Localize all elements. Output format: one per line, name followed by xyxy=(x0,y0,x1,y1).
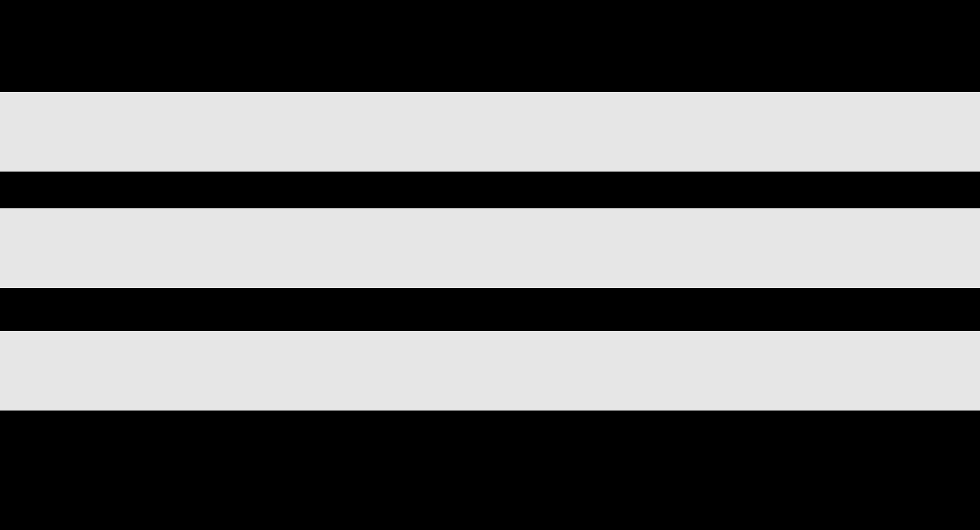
experience-side-label xyxy=(903,92,980,172)
api-led-diagram xyxy=(0,0,980,530)
system-side-label xyxy=(903,331,980,411)
process-side-label xyxy=(903,208,980,288)
system-band xyxy=(0,331,903,411)
experience-band xyxy=(0,92,903,172)
process-band xyxy=(0,208,903,288)
